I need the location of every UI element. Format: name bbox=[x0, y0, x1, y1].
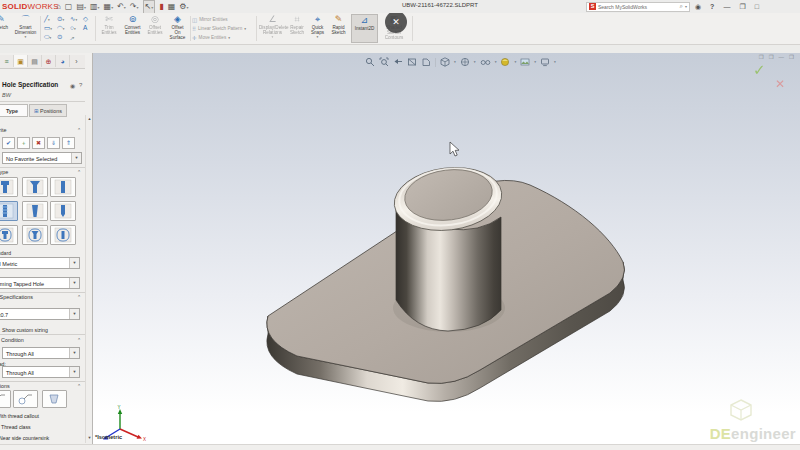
collapse-specs-icon[interactable]: ⌃ bbox=[77, 294, 81, 300]
manager-tabs-overflow[interactable]: › bbox=[70, 55, 83, 67]
hole-type-slot-button[interactable] bbox=[50, 225, 76, 245]
hole-type-tapered-tap-button[interactable] bbox=[22, 201, 48, 221]
load-favorite-button[interactable]: ⇑ bbox=[62, 137, 75, 149]
options-group-header[interactable]: Options bbox=[0, 383, 10, 389]
fillet-tool-icon[interactable]: ◞▾ bbox=[70, 33, 83, 42]
section-view-icon[interactable] bbox=[407, 57, 417, 67]
confirm-cancel-icon[interactable]: ✕ bbox=[775, 77, 785, 91]
repair-sketch-button[interactable]: ⌗ Repair Sketch bbox=[287, 14, 307, 43]
edit-appearance-icon[interactable] bbox=[500, 57, 510, 67]
graphics-viewport[interactable]: ❐ ❐ — ❐ ▾ ▾ ▾ ▾ ▾ ▾ ✓ ✕ bbox=[93, 53, 800, 444]
arc-tool-icon[interactable]: ◠▾ bbox=[57, 24, 70, 33]
quick-snaps-button[interactable]: ⌖ Quick Snaps ▾ bbox=[308, 14, 327, 43]
maximize-icon[interactable]: ❐ bbox=[739, 3, 745, 11]
mirror-entities-button[interactable]: ◫ Mirror Entities bbox=[192, 15, 256, 24]
dynamic-annotation-views-icon[interactable] bbox=[421, 57, 431, 67]
new-document-icon[interactable]: ▢ bbox=[65, 1, 73, 12]
panel-help-icon[interactable]: ? bbox=[79, 82, 82, 88]
display-manager-tab[interactable]: ◕ bbox=[56, 55, 70, 67]
panel-scrollbar[interactable]: ▲ ▼ bbox=[85, 115, 93, 443]
offset-entities-button[interactable]: ◎ Offset Entities bbox=[145, 14, 165, 43]
thread-display-option-3-button[interactable] bbox=[42, 390, 67, 408]
file-properties-icon[interactable]: ▦ bbox=[168, 1, 176, 12]
display-style-icon[interactable] bbox=[460, 57, 470, 67]
rebuild-icon[interactable]: ▮ bbox=[159, 1, 163, 12]
collapse-hole-type-icon[interactable]: ⌃ bbox=[77, 169, 81, 175]
confirm-ok-icon[interactable]: ✓ bbox=[753, 61, 766, 79]
hole-type-countersink-slot-button[interactable] bbox=[22, 225, 48, 245]
slot-tool-icon[interactable]: ⬭▾ bbox=[44, 33, 57, 42]
favorite-select[interactable]: No Favorite Selected▼ bbox=[2, 152, 82, 164]
convert-entities-button[interactable]: ⊚ Convert Entities bbox=[121, 14, 144, 43]
ellipse-tool-icon[interactable]: ○▾ bbox=[70, 24, 83, 33]
search-dropdown-icon[interactable]: ▾ bbox=[685, 4, 687, 9]
hole-type-straight-tap-button[interactable] bbox=[0, 201, 18, 221]
rectangle-tool-icon[interactable]: ▭▾ bbox=[44, 24, 57, 33]
property-manager-tab[interactable]: ▣ bbox=[14, 55, 28, 67]
delete-favorite-button[interactable]: ✖ bbox=[32, 137, 45, 149]
dropdown-arrow-icon[interactable]: ▼ bbox=[69, 278, 79, 288]
scroll-up-icon[interactable]: ▲ bbox=[86, 116, 93, 121]
thread-class-checkbox[interactable]: Thread class bbox=[0, 422, 31, 430]
redo-icon[interactable]: ↷▾ bbox=[130, 1, 139, 13]
end-condition-select[interactable]: Through All▼ bbox=[2, 347, 80, 359]
save-favorite-button[interactable]: ⇓ bbox=[47, 137, 60, 149]
user-account-icon[interactable]: ◉ bbox=[695, 3, 701, 11]
minimize-icon[interactable]: — bbox=[723, 3, 730, 10]
hole-type-counterbore-slot-button[interactable] bbox=[0, 225, 18, 245]
3d-model-plate-with-boss[interactable] bbox=[255, 140, 655, 420]
print-icon[interactable]: ▦▾ bbox=[104, 1, 114, 13]
polygon-tool-icon[interactable]: ⊙ bbox=[57, 33, 70, 42]
size-select[interactable]: M4x0.7▼ bbox=[0, 308, 80, 320]
collapse-end-condition-icon[interactable]: ⌃ bbox=[77, 337, 81, 343]
search-box[interactable]: S Search MySolidWorks ⌕ ▾ bbox=[586, 2, 690, 12]
undo-icon[interactable]: ↶▾ bbox=[117, 1, 126, 13]
with-thread-callout-checkbox[interactable]: With thread callout bbox=[0, 411, 39, 419]
zoom-to-area-icon[interactable] bbox=[379, 57, 389, 67]
dropdown-arrow-icon[interactable]: ▼ bbox=[69, 258, 79, 268]
collapse-options-icon[interactable]: ⌃ bbox=[77, 383, 81, 389]
linear-sketch-pattern-button[interactable]: ⠿ Linear Sketch Pattern ▾ bbox=[192, 24, 256, 33]
add-favorite-button[interactable]: ＋ bbox=[17, 137, 30, 149]
trim-entities-button[interactable]: ✄ Trim Entities bbox=[98, 14, 120, 43]
offset-on-surface-button[interactable]: ◈ Offset On Surface bbox=[166, 14, 189, 43]
hole-type-countersink-button[interactable] bbox=[22, 177, 48, 197]
hide-show-items-icon[interactable] bbox=[480, 57, 491, 67]
doc-minimize-icon[interactable]: — bbox=[779, 54, 785, 60]
configuration-manager-tab[interactable]: ▤ bbox=[28, 55, 42, 67]
select-cursor-icon[interactable]: ↖▾ bbox=[143, 0, 156, 14]
hole-type-select[interactable]: Bottoming Tapped Hole▼ bbox=[0, 277, 80, 289]
rapid-sketch-button[interactable]: ✎ Rapid Sketch bbox=[328, 14, 349, 43]
smart-dimension-button[interactable]: ⌒ Smart Dimension ▾ bbox=[12, 14, 39, 43]
favorite-group-header[interactable]: Favorite bbox=[0, 127, 6, 133]
zoom-to-fit-icon[interactable] bbox=[365, 57, 375, 67]
pushpin-icon[interactable]: ◉ bbox=[70, 82, 75, 89]
standard-select[interactable]: ANSI Metric▼ bbox=[0, 257, 80, 269]
circle-tool-icon[interactable]: ⊙▾ bbox=[57, 15, 70, 24]
line-tool-icon[interactable]: ╱▾ bbox=[44, 15, 57, 24]
dropdown-arrow-icon[interactable]: ▼ bbox=[69, 367, 79, 377]
instant2d-button[interactable]: ⊿ Instant2D bbox=[351, 14, 378, 43]
view-orientation-icon[interactable] bbox=[440, 57, 450, 67]
doc-close-icon[interactable]: ❐ bbox=[789, 54, 794, 60]
display-delete-relations-button[interactable]: ∠ Display/Delete Relations ▾ bbox=[259, 14, 286, 43]
thread-display-option-1-button[interactable] bbox=[0, 390, 11, 408]
open-icon[interactable]: ▤▾ bbox=[76, 1, 86, 13]
hole-type-group-header[interactable]: Hole Type bbox=[0, 169, 8, 175]
dimxpert-manager-tab[interactable]: ⊕ bbox=[42, 55, 56, 67]
near-side-countersink-checkbox[interactable]: Near side countersink bbox=[0, 433, 49, 441]
search-icon[interactable]: ⌕ bbox=[680, 3, 683, 10]
tab-positions[interactable]: ⊞ Positions bbox=[29, 104, 67, 117]
hole-specifications-group-header[interactable]: Hole Specifications bbox=[0, 294, 33, 300]
help-icon[interactable]: ? bbox=[710, 3, 714, 10]
thread-select[interactable]: Through All▼ bbox=[2, 366, 80, 378]
dropdown-arrow-icon[interactable]: ▼ bbox=[69, 348, 79, 358]
dropdown-arrow-icon[interactable]: ▼ bbox=[71, 153, 81, 163]
feature-manager-tab[interactable]: ≡ bbox=[0, 55, 14, 67]
save-icon[interactable]: ▥▾ bbox=[90, 1, 100, 13]
tab-type[interactable]: Type bbox=[0, 104, 28, 117]
hole-type-legacy-button[interactable] bbox=[50, 201, 76, 221]
previous-view-icon[interactable] bbox=[393, 57, 403, 67]
doc-restore-icon[interactable]: ❐ bbox=[759, 54, 764, 60]
hole-type-counterbore-button[interactable] bbox=[0, 177, 18, 197]
